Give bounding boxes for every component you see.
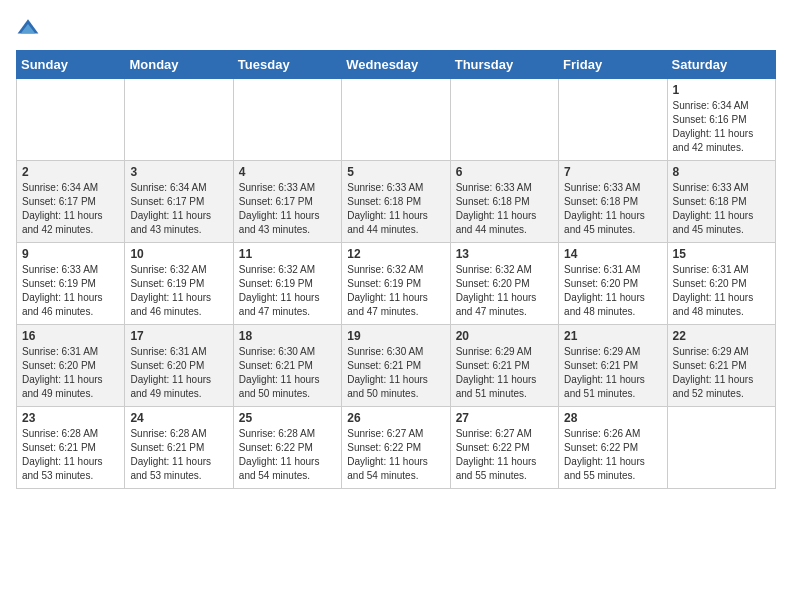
- day-info: Sunrise: 6:33 AM Sunset: 6:18 PM Dayligh…: [673, 181, 770, 237]
- day-number: 27: [456, 411, 553, 425]
- calendar-day-header: Thursday: [450, 51, 558, 79]
- day-number: 23: [22, 411, 119, 425]
- day-info: Sunrise: 6:29 AM Sunset: 6:21 PM Dayligh…: [673, 345, 770, 401]
- calendar-cell: 18Sunrise: 6:30 AM Sunset: 6:21 PM Dayli…: [233, 325, 341, 407]
- day-number: 8: [673, 165, 770, 179]
- calendar-cell: [667, 407, 775, 489]
- day-number: 21: [564, 329, 661, 343]
- calendar-cell: 11Sunrise: 6:32 AM Sunset: 6:19 PM Dayli…: [233, 243, 341, 325]
- day-info: Sunrise: 6:32 AM Sunset: 6:20 PM Dayligh…: [456, 263, 553, 319]
- calendar-cell: 19Sunrise: 6:30 AM Sunset: 6:21 PM Dayli…: [342, 325, 450, 407]
- calendar-week-row: 16Sunrise: 6:31 AM Sunset: 6:20 PM Dayli…: [17, 325, 776, 407]
- calendar-header: SundayMondayTuesdayWednesdayThursdayFrid…: [17, 51, 776, 79]
- calendar-table: SundayMondayTuesdayWednesdayThursdayFrid…: [16, 50, 776, 489]
- calendar-cell: 2Sunrise: 6:34 AM Sunset: 6:17 PM Daylig…: [17, 161, 125, 243]
- calendar-cell: 26Sunrise: 6:27 AM Sunset: 6:22 PM Dayli…: [342, 407, 450, 489]
- calendar-day-header: Wednesday: [342, 51, 450, 79]
- day-info: Sunrise: 6:27 AM Sunset: 6:22 PM Dayligh…: [456, 427, 553, 483]
- day-number: 16: [22, 329, 119, 343]
- calendar-cell: 10Sunrise: 6:32 AM Sunset: 6:19 PM Dayli…: [125, 243, 233, 325]
- calendar-cell: [17, 79, 125, 161]
- day-info: Sunrise: 6:34 AM Sunset: 6:16 PM Dayligh…: [673, 99, 770, 155]
- calendar-cell: 16Sunrise: 6:31 AM Sunset: 6:20 PM Dayli…: [17, 325, 125, 407]
- calendar-cell: 25Sunrise: 6:28 AM Sunset: 6:22 PM Dayli…: [233, 407, 341, 489]
- logo-icon: [16, 16, 40, 40]
- calendar-body: 1Sunrise: 6:34 AM Sunset: 6:16 PM Daylig…: [17, 79, 776, 489]
- calendar-day-header: Monday: [125, 51, 233, 79]
- page-container: SundayMondayTuesdayWednesdayThursdayFrid…: [16, 16, 776, 489]
- day-info: Sunrise: 6:31 AM Sunset: 6:20 PM Dayligh…: [22, 345, 119, 401]
- calendar-day-header: Saturday: [667, 51, 775, 79]
- day-number: 12: [347, 247, 444, 261]
- calendar-cell: 20Sunrise: 6:29 AM Sunset: 6:21 PM Dayli…: [450, 325, 558, 407]
- calendar-cell: [125, 79, 233, 161]
- calendar-cell: [233, 79, 341, 161]
- day-info: Sunrise: 6:34 AM Sunset: 6:17 PM Dayligh…: [130, 181, 227, 237]
- calendar-week-row: 23Sunrise: 6:28 AM Sunset: 6:21 PM Dayli…: [17, 407, 776, 489]
- calendar-cell: 6Sunrise: 6:33 AM Sunset: 6:18 PM Daylig…: [450, 161, 558, 243]
- calendar-cell: 8Sunrise: 6:33 AM Sunset: 6:18 PM Daylig…: [667, 161, 775, 243]
- day-number: 26: [347, 411, 444, 425]
- day-number: 24: [130, 411, 227, 425]
- calendar-cell: 14Sunrise: 6:31 AM Sunset: 6:20 PM Dayli…: [559, 243, 667, 325]
- calendar-cell: 7Sunrise: 6:33 AM Sunset: 6:18 PM Daylig…: [559, 161, 667, 243]
- day-number: 5: [347, 165, 444, 179]
- day-number: 22: [673, 329, 770, 343]
- calendar-cell: [450, 79, 558, 161]
- day-info: Sunrise: 6:33 AM Sunset: 6:19 PM Dayligh…: [22, 263, 119, 319]
- calendar-cell: 21Sunrise: 6:29 AM Sunset: 6:21 PM Dayli…: [559, 325, 667, 407]
- calendar-cell: 12Sunrise: 6:32 AM Sunset: 6:19 PM Dayli…: [342, 243, 450, 325]
- day-number: 20: [456, 329, 553, 343]
- calendar-day-header: Sunday: [17, 51, 125, 79]
- day-number: 15: [673, 247, 770, 261]
- day-info: Sunrise: 6:29 AM Sunset: 6:21 PM Dayligh…: [564, 345, 661, 401]
- day-number: 4: [239, 165, 336, 179]
- day-number: 14: [564, 247, 661, 261]
- calendar-cell: 3Sunrise: 6:34 AM Sunset: 6:17 PM Daylig…: [125, 161, 233, 243]
- calendar-week-row: 2Sunrise: 6:34 AM Sunset: 6:17 PM Daylig…: [17, 161, 776, 243]
- day-number: 18: [239, 329, 336, 343]
- calendar-cell: 22Sunrise: 6:29 AM Sunset: 6:21 PM Dayli…: [667, 325, 775, 407]
- day-info: Sunrise: 6:34 AM Sunset: 6:17 PM Dayligh…: [22, 181, 119, 237]
- day-info: Sunrise: 6:30 AM Sunset: 6:21 PM Dayligh…: [239, 345, 336, 401]
- day-number: 17: [130, 329, 227, 343]
- calendar-cell: 9Sunrise: 6:33 AM Sunset: 6:19 PM Daylig…: [17, 243, 125, 325]
- day-number: 28: [564, 411, 661, 425]
- calendar-day-header: Friday: [559, 51, 667, 79]
- day-number: 19: [347, 329, 444, 343]
- calendar-cell: 17Sunrise: 6:31 AM Sunset: 6:20 PM Dayli…: [125, 325, 233, 407]
- calendar-week-row: 1Sunrise: 6:34 AM Sunset: 6:16 PM Daylig…: [17, 79, 776, 161]
- day-info: Sunrise: 6:30 AM Sunset: 6:21 PM Dayligh…: [347, 345, 444, 401]
- calendar-cell: 4Sunrise: 6:33 AM Sunset: 6:17 PM Daylig…: [233, 161, 341, 243]
- calendar-cell: 13Sunrise: 6:32 AM Sunset: 6:20 PM Dayli…: [450, 243, 558, 325]
- day-info: Sunrise: 6:32 AM Sunset: 6:19 PM Dayligh…: [130, 263, 227, 319]
- calendar-cell: 5Sunrise: 6:33 AM Sunset: 6:18 PM Daylig…: [342, 161, 450, 243]
- calendar-cell: 24Sunrise: 6:28 AM Sunset: 6:21 PM Dayli…: [125, 407, 233, 489]
- day-info: Sunrise: 6:31 AM Sunset: 6:20 PM Dayligh…: [564, 263, 661, 319]
- day-info: Sunrise: 6:33 AM Sunset: 6:17 PM Dayligh…: [239, 181, 336, 237]
- calendar-cell: 23Sunrise: 6:28 AM Sunset: 6:21 PM Dayli…: [17, 407, 125, 489]
- calendar-cell: 28Sunrise: 6:26 AM Sunset: 6:22 PM Dayli…: [559, 407, 667, 489]
- day-info: Sunrise: 6:27 AM Sunset: 6:22 PM Dayligh…: [347, 427, 444, 483]
- day-info: Sunrise: 6:33 AM Sunset: 6:18 PM Dayligh…: [347, 181, 444, 237]
- day-number: 13: [456, 247, 553, 261]
- day-number: 3: [130, 165, 227, 179]
- calendar-cell: 27Sunrise: 6:27 AM Sunset: 6:22 PM Dayli…: [450, 407, 558, 489]
- day-info: Sunrise: 6:32 AM Sunset: 6:19 PM Dayligh…: [347, 263, 444, 319]
- day-info: Sunrise: 6:31 AM Sunset: 6:20 PM Dayligh…: [130, 345, 227, 401]
- day-number: 25: [239, 411, 336, 425]
- calendar-cell: 1Sunrise: 6:34 AM Sunset: 6:16 PM Daylig…: [667, 79, 775, 161]
- day-info: Sunrise: 6:32 AM Sunset: 6:19 PM Dayligh…: [239, 263, 336, 319]
- day-info: Sunrise: 6:28 AM Sunset: 6:22 PM Dayligh…: [239, 427, 336, 483]
- header-row: SundayMondayTuesdayWednesdayThursdayFrid…: [17, 51, 776, 79]
- day-number: 1: [673, 83, 770, 97]
- day-number: 6: [456, 165, 553, 179]
- day-info: Sunrise: 6:26 AM Sunset: 6:22 PM Dayligh…: [564, 427, 661, 483]
- day-number: 9: [22, 247, 119, 261]
- day-number: 11: [239, 247, 336, 261]
- day-number: 2: [22, 165, 119, 179]
- day-info: Sunrise: 6:29 AM Sunset: 6:21 PM Dayligh…: [456, 345, 553, 401]
- day-number: 10: [130, 247, 227, 261]
- calendar-cell: [342, 79, 450, 161]
- logo: [16, 16, 44, 40]
